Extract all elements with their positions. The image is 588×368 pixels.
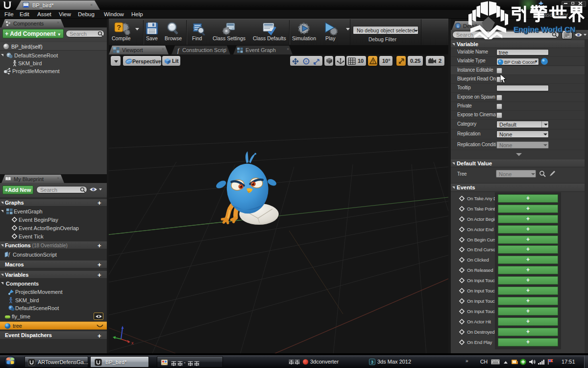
svg-text:?: ?: [117, 23, 121, 31]
svg-text:f: f: [8, 252, 10, 257]
svg-text:3: 3: [371, 360, 373, 365]
svg-text:x: x: [131, 341, 134, 345]
